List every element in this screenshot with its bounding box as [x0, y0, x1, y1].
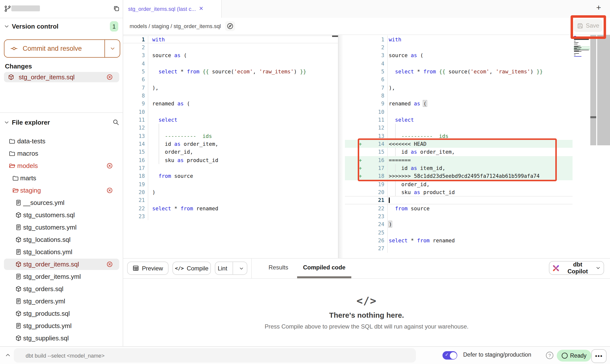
- file-tree-item-stg-locations-sql[interactable]: stg_locations.sql: [0, 233, 123, 246]
- chevron-up-icon[interactable]: [5, 352, 11, 358]
- chevron-down-icon[interactable]: [4, 24, 9, 29]
- file-tree-item-stg-order-items-sql[interactable]: stg_order_items.sql: [0, 258, 123, 270]
- code-line-21[interactable]: 21: [345, 196, 573, 204]
- help-icon[interactable]: ?: [546, 352, 553, 359]
- discard-change-icon[interactable]: [106, 163, 113, 169]
- file-tree-item-stg-supplies-sql[interactable]: stg_supplies.sql: [0, 332, 123, 344]
- file-explorer-title[interactable]: File explorer: [12, 119, 50, 126]
- code-line-13[interactable]: 13 ---------- ids: [345, 132, 573, 140]
- chevron-down-icon[interactable]: [236, 262, 247, 274]
- code-line-5[interactable]: 5 select * from {{ source('ecom', 'raw_i…: [123, 67, 338, 76]
- file-tree-item-stg-order-items-yml[interactable]: stg_order_items.yml: [0, 270, 123, 283]
- code-line-19[interactable]: 19 order_id,: [345, 180, 573, 188]
- code-line-3[interactable]: 3source as (: [345, 51, 573, 59]
- code-line-14[interactable]: 14 id as order_item,: [123, 140, 338, 148]
- commit-and-resolve-button[interactable]: Commit and resolve: [4, 39, 120, 58]
- code-line-8[interactable]: 8: [123, 92, 338, 100]
- file-tree-item-stg-orders-yml[interactable]: stg_orders.yml: [0, 295, 123, 307]
- editor-pane-original[interactable]: 1with23source as (45 select * from {{ so…: [123, 35, 338, 258]
- preview-button[interactable]: Preview: [127, 262, 169, 275]
- code-line-12[interactable]: 12: [123, 124, 338, 132]
- code-line-23[interactable]: 23: [345, 212, 573, 220]
- search-icon[interactable]: [112, 119, 119, 126]
- code-line-27[interactable]: 27: [345, 245, 573, 253]
- dbt-copilot-button[interactable]: dbt Copilot: [549, 261, 604, 275]
- save-button[interactable]: Save: [574, 19, 603, 32]
- code-line-20[interactable]: 20): [123, 188, 338, 196]
- code-line-20[interactable]: 20 sku as product_id: [345, 188, 573, 196]
- chevron-down-icon[interactable]: [4, 120, 9, 125]
- code-line-18[interactable]: 18 from source: [123, 172, 338, 180]
- file-tree-item-stg-customers-yml[interactable]: stg_customers.yml: [0, 221, 123, 233]
- code-line-15[interactable]: 15 order_id,: [123, 148, 338, 156]
- file-tree-item-stg-customers-sql[interactable]: stg_customers.sql: [0, 209, 123, 221]
- lineage-icon[interactable]: [225, 21, 235, 31]
- code-line-4[interactable]: 4: [345, 59, 573, 67]
- code-line-9[interactable]: 9renamed as (: [123, 100, 338, 108]
- code-line-21[interactable]: 21: [123, 196, 338, 204]
- code-line-8[interactable]: 8: [345, 92, 573, 100]
- code-line-2[interactable]: 2: [345, 43, 573, 51]
- code-line-6[interactable]: 6: [345, 75, 573, 83]
- code-line-14[interactable]: +14<<<<<<< HEAD: [345, 140, 573, 148]
- code-line-19[interactable]: 19: [123, 180, 338, 188]
- file-tree-item-models[interactable]: models: [0, 160, 123, 172]
- copy-icon[interactable]: [113, 5, 120, 12]
- code-line-24[interactable]: 24): [345, 220, 573, 229]
- minimap[interactable]: [574, 36, 590, 58]
- code-line-11[interactable]: 11 select: [123, 116, 338, 124]
- tab-close-icon[interactable]: ✕: [199, 6, 203, 12]
- code-line-7[interactable]: 7),: [123, 83, 338, 92]
- editor-pane-working[interactable]: 1with23source as (45 select * from {{ so…: [345, 35, 573, 258]
- code-line-25[interactable]: 25: [345, 229, 573, 237]
- defer-toggle[interactable]: ✓: [442, 351, 457, 360]
- code-line-6[interactable]: 6: [123, 75, 338, 83]
- code-line-10[interactable]: 10: [123, 108, 338, 116]
- overflow-menu-button[interactable]: •••: [591, 349, 607, 363]
- code-line-12[interactable]: 12: [345, 124, 573, 132]
- code-line-1[interactable]: 1with: [123, 35, 338, 43]
- code-line-17[interactable]: 17: [123, 164, 338, 172]
- code-line-3[interactable]: 3source as (: [123, 51, 338, 59]
- code-line-1[interactable]: 1with: [345, 35, 573, 43]
- minimap-scrollbar[interactable]: [590, 35, 596, 145]
- code-line-26[interactable]: 26select * from renamed: [345, 236, 573, 245]
- left-scrollbar-thumb[interactable]: [332, 35, 338, 37]
- code-line-17[interactable]: +17 id as item_id,: [345, 164, 573, 172]
- code-line-13[interactable]: 13 ---------- ids: [123, 132, 338, 140]
- status-badge[interactable]: Ready: [557, 350, 592, 362]
- code-line-18[interactable]: +18>>>>>>> 58c1dd23d5eebd9cd2495fa7124ab…: [345, 172, 573, 180]
- file-tree-item-stg-products-yml[interactable]: stg_products.yml: [0, 320, 123, 332]
- file-tree-item--sources-yml[interactable]: __sources.yml: [0, 197, 123, 209]
- code-line-16[interactable]: +16=======: [345, 156, 573, 164]
- changed-file-row[interactable]: stg_order_items.sql: [0, 71, 123, 83]
- discard-change-icon[interactable]: [106, 261, 113, 267]
- file-tree-item-marts[interactable]: marts: [0, 172, 123, 184]
- code-line-23[interactable]: 23: [123, 212, 338, 220]
- discard-change-icon[interactable]: [106, 74, 113, 80]
- commit-options-caret[interactable]: [104, 40, 120, 57]
- compile-button[interactable]: </> Compile: [172, 262, 211, 275]
- file-tree-item-macros[interactable]: macros: [0, 147, 123, 160]
- minimap-scroll-thumb[interactable]: [590, 116, 596, 118]
- code-line-4[interactable]: 4: [123, 59, 338, 67]
- tab-compiled-code[interactable]: Compiled code: [303, 264, 345, 271]
- command-input[interactable]: [14, 348, 416, 363]
- tab-stg-order-items[interactable]: stg_order_items.sql (last c... ✕: [123, 0, 222, 17]
- code-line-10[interactable]: 10: [345, 108, 573, 116]
- code-line-11[interactable]: 11 select: [345, 116, 573, 124]
- discard-change-icon[interactable]: [106, 187, 113, 194]
- code-line-7[interactable]: 7),: [345, 83, 573, 92]
- new-tab-button[interactable]: +: [596, 3, 601, 13]
- file-tree-item-stg-products-sql[interactable]: stg_products.sql: [0, 307, 123, 320]
- code-line-22[interactable]: 22select * from renamed: [123, 204, 338, 212]
- file-tree-item-stg-orders-sql[interactable]: stg_orders.sql: [0, 283, 123, 295]
- version-control-title[interactable]: Version control: [12, 23, 58, 30]
- code-line-15[interactable]: 15 id as order_item,: [345, 148, 573, 156]
- file-tree-item-stg-locations-yml[interactable]: stg_locations.yml: [0, 246, 123, 258]
- file-tree-item-staging[interactable]: staging: [0, 184, 123, 197]
- code-line-22[interactable]: 22 from source: [345, 204, 573, 212]
- file-tree-item-data-tests[interactable]: data-tests: [0, 135, 123, 147]
- editor-scrollbar[interactable]: [597, 35, 610, 145]
- code-line-2[interactable]: 2: [123, 43, 338, 51]
